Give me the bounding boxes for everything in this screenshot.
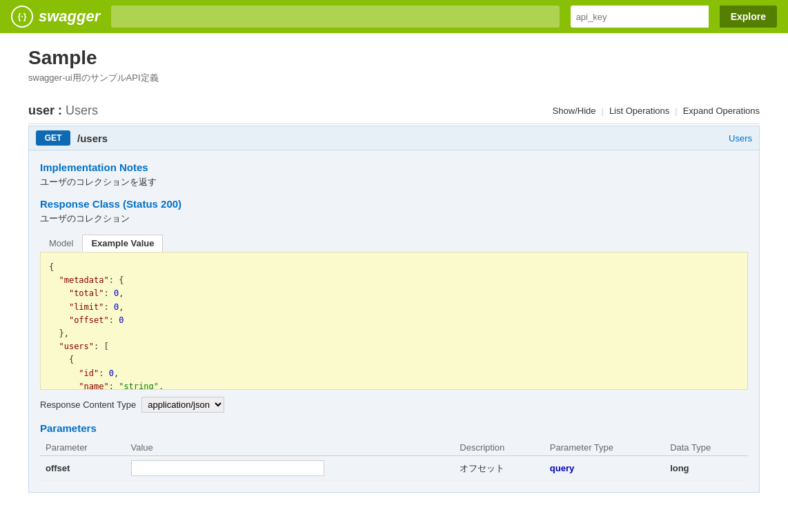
api-section-title: user : Users <box>28 104 98 118</box>
api-section-controls: Show/Hide | List Operations | Expand Ope… <box>553 106 760 116</box>
param-value-cell <box>126 456 455 481</box>
operation-row[interactable]: GET /users Users <box>28 126 760 150</box>
col-param-type: Parameter Type <box>544 440 664 456</box>
header: {·} swagger Explore <box>0 0 788 33</box>
param-description: オフセット <box>454 456 544 481</box>
implementation-notes-heading: Implementation Notes <box>40 161 748 173</box>
params-header-row: Parameter Value Description Parameter Ty… <box>40 440 748 456</box>
table-row: offset オフセット query long <box>40 456 748 481</box>
param-value-input[interactable] <box>131 460 324 476</box>
implementation-notes-text: ユーザのコレクションを返す <box>40 176 748 188</box>
api-section: user : Users Show/Hide | List Operations… <box>28 98 760 493</box>
swagger-logo-text: swagger <box>39 8 100 26</box>
operation-detail: Implementation Notes ユーザのコレクションを返す Respo… <box>28 150 760 493</box>
api-url-bar <box>111 6 559 28</box>
param-name: offset <box>40 456 126 481</box>
param-data-type: long <box>664 456 748 481</box>
response-content-type-select[interactable]: application/json <box>141 397 224 413</box>
app-title: Sample <box>28 47 760 69</box>
tab-model[interactable]: Model <box>40 235 82 252</box>
param-type: query <box>544 456 664 481</box>
response-class-heading: Response Class (Status 200) <box>40 198 748 210</box>
app-description: swagger-ui用のサンプルAPI定義 <box>28 72 760 84</box>
main-content: Sample swagger-ui用のサンプルAPI定義 user : User… <box>14 33 774 520</box>
parameters-table: Parameter Value Description Parameter Ty… <box>40 440 748 481</box>
list-operations-link[interactable]: List Operations <box>609 106 669 116</box>
response-class-text: ユーザのコレクション <box>40 213 748 225</box>
api-tag-description: Users <box>66 104 98 117</box>
example-value-box: { "metadata": { "total": 0, "limit": 0, … <box>40 252 748 390</box>
response-tabs: Model Example Value <box>40 235 748 252</box>
method-badge: GET <box>36 130 70 146</box>
operation-path: /users <box>77 132 729 144</box>
tab-example-value[interactable]: Example Value <box>82 235 163 252</box>
expand-operations-link[interactable]: Expand Operations <box>683 106 760 116</box>
operation-summary: Users <box>729 133 752 144</box>
explore-button[interactable]: Explore <box>720 6 777 28</box>
show-hide-link[interactable]: Show/Hide <box>553 106 596 116</box>
api-section-header: user : Users Show/Hide | List Operations… <box>28 98 760 124</box>
api-key-input[interactable] <box>571 6 709 28</box>
api-tag: user <box>28 104 55 117</box>
parameters-heading: Parameters <box>40 422 748 434</box>
col-value: Value <box>126 440 455 456</box>
swagger-logo-icon: {·} <box>11 6 33 28</box>
response-content-type-label: Response Content Type <box>40 400 136 410</box>
col-parameter: Parameter <box>40 440 126 456</box>
col-description: Description <box>454 440 544 456</box>
col-data-type: Data Type <box>664 440 748 456</box>
logo-area: {·} swagger <box>11 6 100 28</box>
response-content-type-row: Response Content Type application/json <box>40 397 748 413</box>
